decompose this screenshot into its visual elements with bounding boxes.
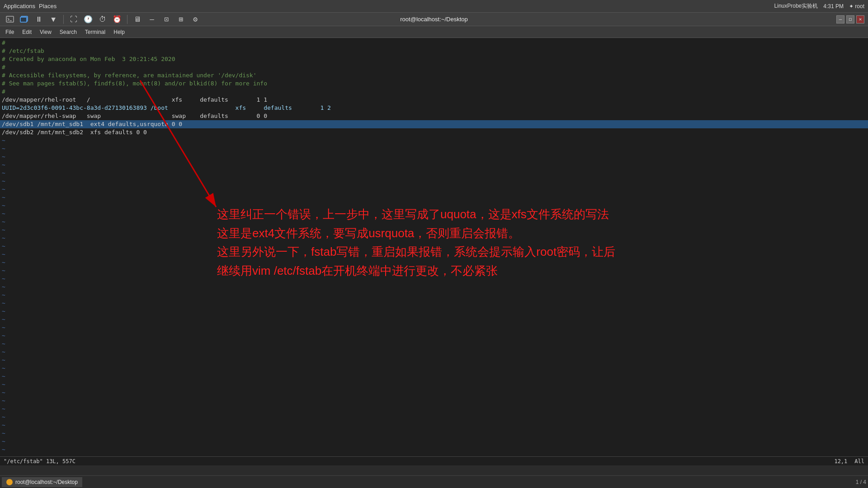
editor-lines: # # /etc/fstab # Created by anaconda on … bbox=[0, 38, 868, 463]
tilde-9: ~ bbox=[0, 202, 868, 210]
dropdown-icon[interactable]: ▼ bbox=[47, 13, 60, 26]
history-icon[interactable]: 🕐 bbox=[82, 13, 94, 26]
line-6: # See man pages fstab(5), findfs(8), mou… bbox=[0, 80, 868, 88]
taskbar-terminal-icon bbox=[6, 479, 13, 485]
system-bar: Applications Places LinuxProbe实验机 4:31 P… bbox=[0, 0, 868, 13]
close-button[interactable]: ✕ bbox=[856, 15, 864, 23]
window-title-bar: ⏸ ▼ ⛶ 🕐 ⏱ ⏰ 🖥 — ⊡ ⊞ ⚙ root@localhost:~/D… bbox=[0, 13, 868, 26]
taskbar: root@localhost:~/Desktop 1 / 4 bbox=[0, 475, 868, 488]
line-1: # bbox=[0, 39, 868, 47]
taskbar-terminal-label: root@localhost:~/Desktop bbox=[15, 479, 78, 485]
machine-name: LinuxProbe实验机 bbox=[774, 2, 818, 10]
tilde-2: ~ bbox=[0, 145, 868, 153]
tilde-13: ~ bbox=[0, 234, 868, 242]
menu-bar: File Edit View Search Terminal Help bbox=[0, 26, 868, 38]
window-title: root@localhost:~/Desktop bbox=[400, 16, 467, 23]
settings-icon[interactable]: ⚙ bbox=[189, 13, 202, 26]
line-2: # /etc/fstab bbox=[0, 47, 868, 55]
vim-status-bar: "/etc/fstab" 13L, 557C 12,1 All bbox=[0, 456, 868, 465]
fullscreen-icon[interactable]: ⛶ bbox=[67, 13, 80, 26]
tilde-1: ~ bbox=[0, 136, 868, 145]
tilde-28: ~ bbox=[0, 356, 868, 364]
line-3: # Created by anaconda on Mon Feb 3 20:21… bbox=[0, 55, 868, 63]
line-4: # bbox=[0, 63, 868, 71]
editor-area[interactable]: # # /etc/fstab # Created by anaconda on … bbox=[0, 38, 868, 465]
menu-edit[interactable]: Edit bbox=[19, 28, 35, 36]
monitor-icon[interactable]: 🖥 bbox=[131, 13, 144, 26]
tilde-4: ~ bbox=[0, 161, 868, 169]
expand-icon[interactable]: ⊞ bbox=[175, 13, 187, 26]
tilde-12: ~ bbox=[0, 226, 868, 234]
menu-search[interactable]: Search bbox=[56, 28, 80, 36]
pause-icon[interactable]: ⏸ bbox=[33, 13, 45, 26]
tilde-24: ~ bbox=[0, 324, 868, 332]
menu-terminal[interactable]: Terminal bbox=[81, 28, 109, 36]
timer-icon[interactable]: ⏰ bbox=[111, 13, 123, 26]
tilde-25: ~ bbox=[0, 332, 868, 340]
line-5: # Accessible filesystems, by reference, … bbox=[0, 71, 868, 80]
tilde-10: ~ bbox=[0, 210, 868, 218]
tilde-18: ~ bbox=[0, 275, 868, 283]
tilde-30: ~ bbox=[0, 372, 868, 380]
clock-icon[interactable]: ⏱ bbox=[96, 13, 109, 26]
svg-rect-0 bbox=[6, 16, 14, 22]
tilde-11: ~ bbox=[0, 218, 868, 226]
tilde-27: ~ bbox=[0, 348, 868, 356]
tilde-35: ~ bbox=[0, 413, 868, 421]
minus-icon[interactable]: — bbox=[146, 13, 158, 26]
tilde-8: ~ bbox=[0, 193, 868, 202]
tilde-32: ~ bbox=[0, 389, 868, 397]
view-all: All bbox=[854, 458, 864, 465]
tilde-3: ~ bbox=[0, 153, 868, 161]
tilde-22: ~ bbox=[0, 307, 868, 315]
resize-icon[interactable]: ⊡ bbox=[160, 13, 173, 26]
svg-rect-3 bbox=[20, 17, 27, 22]
file-info: "/etc/fstab" 13L, 557C bbox=[4, 458, 75, 465]
tilde-5: ~ bbox=[0, 169, 868, 177]
tilde-21: ~ bbox=[0, 299, 868, 307]
places-menu[interactable]: Places bbox=[39, 3, 57, 9]
tilde-29: ~ bbox=[0, 364, 868, 372]
restore-button[interactable]: ◻ bbox=[846, 15, 854, 23]
tilde-17: ~ bbox=[0, 267, 868, 275]
line-9: UUID=2d3c03f6-0091-43bc-8a3d-d2713016389… bbox=[0, 104, 868, 112]
tilde-6: ~ bbox=[0, 177, 868, 185]
minimize-button[interactable]: — bbox=[836, 15, 844, 23]
tilde-37: ~ bbox=[0, 429, 868, 437]
cursor-position: 12,1 bbox=[834, 458, 847, 465]
tilde-33: ~ bbox=[0, 397, 868, 405]
tilde-23: ~ bbox=[0, 315, 868, 324]
tilde-20: ~ bbox=[0, 291, 868, 299]
tilde-39: ~ bbox=[0, 446, 868, 454]
tilde-16: ~ bbox=[0, 258, 868, 267]
tilde-14: ~ bbox=[0, 242, 868, 250]
tilde-34: ~ bbox=[0, 405, 868, 413]
page-fraction: 1 / 4 bbox=[856, 479, 866, 485]
tilde-7: ~ bbox=[0, 185, 868, 193]
line-12: /dev/sdb2 /mnt/mnt_sdb2 xfs defaults 0 0 bbox=[0, 128, 868, 136]
tilde-31: ~ bbox=[0, 380, 868, 389]
time-display: 4:31 PM bbox=[823, 3, 844, 9]
line-7: # bbox=[0, 88, 868, 96]
menu-view[interactable]: View bbox=[36, 28, 55, 36]
line-10: /dev/mapper/rhel-swap swap swap defaults… bbox=[0, 112, 868, 120]
tilde-38: ~ bbox=[0, 437, 868, 446]
tilde-26: ~ bbox=[0, 340, 868, 348]
menu-file[interactable]: File bbox=[2, 28, 18, 36]
tilde-15: ~ bbox=[0, 250, 868, 258]
taskbar-terminal[interactable]: root@localhost:~/Desktop bbox=[2, 477, 82, 487]
tilde-19: ~ bbox=[0, 283, 868, 291]
user-display: ✦ root bbox=[849, 3, 864, 9]
line-8: /dev/mapper/rhel-root / xfs defaults 1 1 bbox=[0, 96, 868, 104]
applications-menu[interactable]: Applications bbox=[4, 3, 35, 9]
line-11: /dev/sdb1 /mnt/mnt_sdb1 ext4 defaults,us… bbox=[0, 120, 868, 128]
tilde-36: ~ bbox=[0, 421, 868, 429]
vm-icon[interactable] bbox=[18, 13, 31, 26]
terminal-icon[interactable] bbox=[4, 13, 16, 26]
menu-help[interactable]: Help bbox=[110, 28, 128, 36]
